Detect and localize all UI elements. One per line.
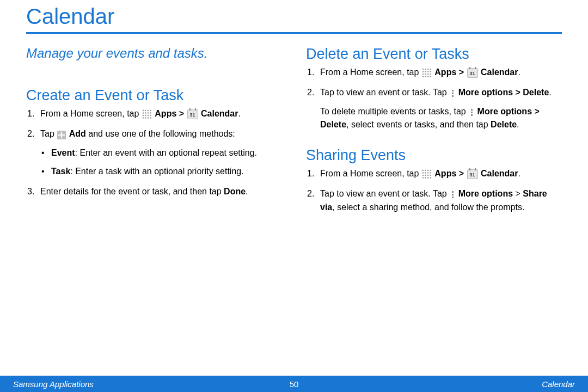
svg-point-21 [425, 71, 426, 72]
svg-point-23 [430, 71, 431, 72]
apps-grid-icon [142, 109, 152, 119]
apps-grid-icon [422, 169, 432, 179]
step-text: From a Home screen, tap [320, 169, 421, 178]
svg-point-30 [427, 76, 429, 77]
svg-point-3 [150, 110, 151, 112]
apps-label: Apps [434, 68, 456, 77]
step-text: From a Home screen, tap [40, 109, 142, 118]
title-rule [26, 32, 562, 34]
svg-point-47 [430, 177, 431, 179]
step-item: From a Home screen, tap Apps > 31 Cale [306, 167, 562, 181]
footer-bar: Samsung Applications 50 Calendar [0, 376, 588, 392]
svg-point-24 [422, 74, 424, 75]
heading-delete: Delete an Event or Tasks [306, 46, 562, 63]
svg-point-32 [422, 170, 424, 171]
footer-left: Samsung Applications [13, 379, 94, 389]
svg-point-7 [150, 112, 151, 114]
svg-point-1 [145, 110, 146, 112]
bullet-item: Event: Enter an event with an optional r… [40, 146, 282, 160]
svg-point-35 [430, 170, 431, 171]
heading-create: Create an Event or Task [26, 87, 282, 104]
bullet-bold: Task [51, 167, 70, 176]
svg-point-8 [143, 115, 144, 117]
svg-point-5 [145, 112, 146, 114]
period: . [246, 187, 248, 196]
step-item: Tap to view an event or task. Tap More o… [306, 187, 562, 215]
svg-point-44 [422, 177, 424, 179]
svg-point-29 [425, 76, 426, 77]
bullet-text: : Enter a task with an optional priority… [70, 167, 243, 176]
svg-point-26 [427, 74, 429, 75]
svg-point-36 [422, 172, 424, 174]
calendar-icon: 31 [467, 169, 478, 179]
vertical-dots-icon [469, 108, 474, 118]
step-text: , select a sharing method, and follow th… [332, 203, 524, 212]
svg-point-4 [143, 112, 144, 114]
svg-point-13 [145, 117, 146, 119]
svg-point-27 [430, 74, 431, 75]
section-delete: Delete an Event or Tasks From a Home scr… [306, 46, 562, 132]
period: . [549, 88, 551, 97]
period: . [518, 169, 520, 178]
content-columns: Manage your events and tasks. Create an … [26, 46, 562, 230]
svg-point-16 [422, 69, 424, 70]
section-share: Sharing Events From a Home screen, tap [306, 147, 562, 214]
bullet-list: Event: Enter an event with an optional r… [40, 146, 282, 179]
period: . [517, 120, 519, 129]
svg-point-41 [425, 175, 426, 176]
svg-point-43 [430, 175, 431, 176]
svg-point-19 [430, 69, 431, 70]
svg-point-12 [143, 117, 144, 119]
gt: > [513, 189, 523, 198]
footer-right: Calendar [542, 379, 575, 389]
svg-point-33 [425, 170, 426, 171]
step-item: Tap Add and use one of the following met… [26, 127, 282, 179]
svg-point-2 [148, 110, 149, 112]
svg-point-0 [143, 110, 144, 112]
svg-point-28 [422, 76, 424, 77]
step-text: Enter details for the event or task, and… [40, 187, 224, 196]
svg-point-38 [427, 172, 429, 174]
calendar-label: Calendar [201, 109, 238, 118]
delete-label: Delete [491, 120, 517, 129]
svg-point-6 [148, 112, 149, 114]
svg-point-17 [425, 69, 426, 70]
footer-page-number: 50 [290, 379, 299, 389]
gt: > [456, 169, 466, 178]
step-text: Tap to view an event or task. Tap [320, 88, 449, 97]
plus-icon [57, 131, 66, 139]
step-item: From a Home screen, tap Apps > 31 Cale [306, 66, 562, 79]
gt: > [456, 68, 466, 77]
period: . [238, 109, 240, 118]
done-label: Done [224, 187, 246, 196]
apps-label: Apps [434, 169, 456, 178]
step-text: Tap to view an event or task. Tap [320, 189, 449, 198]
svg-point-40 [422, 175, 424, 176]
calendar-icon: 31 [467, 68, 478, 78]
heading-share: Sharing Events [306, 147, 562, 164]
svg-point-11 [150, 115, 151, 117]
page-body: Calendar Manage your events and tasks. C… [0, 0, 588, 230]
svg-point-20 [422, 71, 424, 72]
svg-point-25 [425, 74, 426, 75]
step-item: Tap to view an event or task. Tap More o… [306, 86, 562, 132]
calendar-icon: 31 [187, 109, 198, 119]
svg-point-37 [425, 172, 426, 174]
svg-point-14 [148, 117, 149, 119]
bullet-text: : Enter an event with an optional repeat… [75, 148, 257, 157]
step-item: From a Home screen, tap Apps > 31 Cale [26, 107, 282, 121]
more-options-label: More options > Delete [458, 88, 549, 97]
period: . [518, 68, 520, 77]
steps-delete: From a Home screen, tap Apps > 31 Cale [306, 66, 562, 132]
calendar-label: Calendar [481, 169, 518, 178]
right-column: Delete an Event or Tasks From a Home scr… [306, 46, 562, 230]
svg-point-42 [427, 175, 429, 176]
bullet-bold: Event [51, 148, 75, 157]
vertical-dots-icon [450, 89, 455, 99]
svg-point-9 [145, 115, 146, 117]
more-options-label: More options [458, 189, 513, 198]
steps-share: From a Home screen, tap Apps > 31 Cale [306, 167, 562, 214]
step-subtext: To delete multiple events or tasks, tap … [320, 105, 562, 132]
left-column: Manage your events and tasks. Create an … [26, 46, 282, 230]
page-title: Calendar [26, 4, 562, 32]
